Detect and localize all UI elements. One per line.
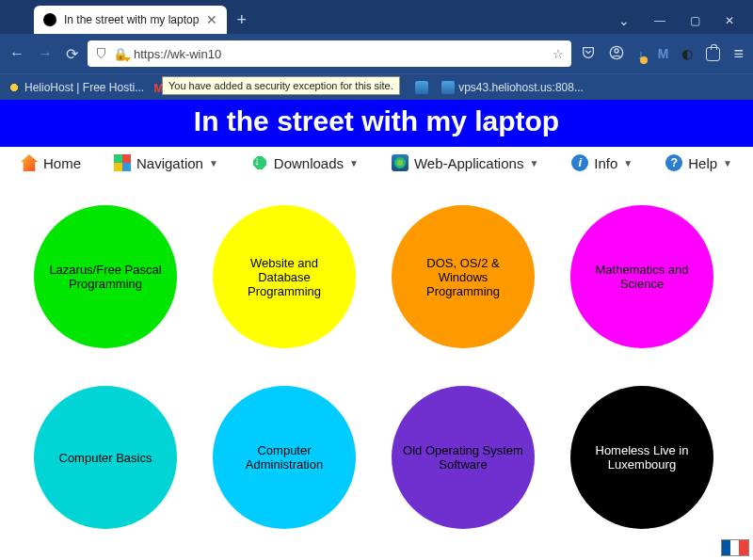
new-tab-button[interactable]: + bbox=[227, 7, 256, 34]
pocket-icon[interactable] bbox=[581, 45, 596, 63]
menu-label: Help bbox=[688, 155, 717, 171]
category-dos[interactable]: DOS, OS/2 & Windows Programming bbox=[392, 205, 535, 348]
category-admin[interactable]: Computer Administration bbox=[213, 386, 356, 529]
address-bar[interactable]: ⛉ 🔒 https://wk-win10 ☆ bbox=[88, 40, 571, 67]
help-icon: ? bbox=[665, 154, 682, 171]
page-content: In the street with my laptop Home Naviga… bbox=[0, 100, 753, 560]
category-label: Mathematics and Science bbox=[582, 263, 702, 291]
lock-warning-icon[interactable]: 🔒 bbox=[113, 47, 128, 61]
category-label: Old Operating System Software bbox=[403, 443, 523, 472]
site-menu: Home Navigation ▼ Downloads ▼ Web-Applic… bbox=[0, 147, 753, 179]
grid-icon bbox=[114, 154, 131, 171]
category-label: DOS, OS/2 & Windows Programming bbox=[403, 256, 523, 298]
shield-icon[interactable]: ⛉ bbox=[95, 47, 107, 61]
home-icon bbox=[21, 154, 38, 171]
downloads-icon[interactable]: ↓ bbox=[637, 46, 645, 62]
reload-button[interactable]: ⟳ bbox=[66, 45, 78, 63]
addon-icon[interactable]: ◐ bbox=[681, 46, 693, 61]
menu-home[interactable]: Home bbox=[21, 154, 81, 171]
window-controls: ⌄ — ▢ ✕ bbox=[618, 13, 753, 34]
menu-navigation[interactable]: Navigation ▼ bbox=[114, 154, 218, 171]
category-label: Computer Administration bbox=[224, 443, 344, 472]
tab-close-icon[interactable]: ✕ bbox=[206, 12, 217, 27]
menu-downloads[interactable]: Downloads ▼ bbox=[251, 154, 359, 171]
extensions-icon[interactable] bbox=[706, 47, 720, 61]
menu-label: Navigation bbox=[136, 155, 203, 171]
window-close-button[interactable]: ✕ bbox=[725, 14, 734, 27]
tab-favicon bbox=[43, 13, 56, 26]
info-icon: i bbox=[571, 154, 588, 171]
category-label: Website and Database Programming bbox=[224, 256, 344, 298]
category-basics[interactable]: Computer Basics bbox=[34, 386, 177, 529]
site-icon bbox=[415, 81, 428, 94]
site-icon bbox=[441, 81, 455, 94]
category-webdb[interactable]: Website and Database Programming bbox=[213, 205, 356, 348]
category-label: Homeless Live in Luxembourg bbox=[582, 443, 702, 472]
download-icon bbox=[251, 154, 268, 171]
sun-icon bbox=[8, 81, 21, 94]
forward-button[interactable]: → bbox=[38, 45, 53, 63]
bookmark-heliohost[interactable]: HelioHost | Free Hosti... bbox=[8, 81, 144, 94]
menu-help[interactable]: ? Help ▼ bbox=[665, 154, 732, 171]
browser-tab[interactable]: In the street with my laptop ✕ bbox=[34, 6, 227, 34]
category-grid: Lazarus/Free Pascal Programming Website … bbox=[0, 179, 753, 555]
chevron-down-icon: ▼ bbox=[723, 158, 732, 168]
window-minimize-button[interactable]: — bbox=[654, 14, 665, 27]
chevron-down-icon: ▼ bbox=[209, 158, 218, 168]
category-label: Computer Basics bbox=[59, 451, 152, 465]
tabs-dropdown-icon[interactable]: ⌄ bbox=[618, 13, 630, 28]
bookmark-star-icon[interactable]: ☆ bbox=[553, 47, 564, 61]
french-flag-icon[interactable] bbox=[721, 539, 749, 556]
category-homeless[interactable]: Homeless Live in Luxembourg bbox=[570, 386, 713, 529]
menu-label: Web-Applications bbox=[414, 155, 523, 171]
chevron-down-icon: ▼ bbox=[623, 158, 633, 168]
bookmark-label: vps43.heliohost.us:808... bbox=[458, 81, 584, 94]
browser-toolbar: ← → ⟳ ⛉ 🔒 https://wk-win10 ☆ ↓ M ◐ ≡ bbox=[0, 34, 753, 73]
svg-point-1 bbox=[615, 49, 618, 53]
chevron-down-icon: ▼ bbox=[349, 158, 359, 168]
window-titlebar: In the street with my laptop ✕ + ⌄ — ▢ ✕ bbox=[0, 0, 753, 34]
bookmark-vps[interactable]: vps43.heliohost.us:808... bbox=[441, 81, 584, 94]
chevron-down-icon: ▼ bbox=[529, 158, 538, 168]
page-title: In the street with my laptop bbox=[0, 100, 753, 147]
bookmark-label: HelioHost | Free Hosti... bbox=[24, 81, 144, 94]
account-icon[interactable] bbox=[609, 45, 624, 63]
window-maximize-button[interactable]: ▢ bbox=[690, 14, 700, 27]
tab-title: In the street with my laptop bbox=[64, 13, 199, 26]
security-tooltip: You have added a security exception for … bbox=[162, 76, 400, 95]
menu-label: Downloads bbox=[274, 155, 344, 171]
menu-icon[interactable]: ≡ bbox=[733, 44, 744, 64]
category-lazarus[interactable]: Lazarus/Free Pascal Programming bbox=[34, 205, 177, 348]
back-button[interactable]: ← bbox=[9, 45, 24, 63]
url-text: https://wk-win10 bbox=[134, 47, 547, 61]
category-math[interactable]: Mathematics and Science bbox=[570, 205, 713, 348]
menu-label: Home bbox=[43, 155, 81, 171]
menu-label: Info bbox=[594, 155, 617, 171]
category-oldos[interactable]: Old Operating System Software bbox=[392, 386, 535, 529]
category-label: Lazarus/Free Pascal Programming bbox=[45, 263, 166, 291]
bookmark-item[interactable] bbox=[415, 81, 432, 94]
globe-icon bbox=[392, 154, 409, 171]
menu-info[interactable]: i Info ▼ bbox=[571, 154, 633, 171]
menu-webapps[interactable]: Web-Applications ▼ bbox=[392, 154, 538, 171]
mail-icon[interactable]: M bbox=[658, 46, 669, 61]
